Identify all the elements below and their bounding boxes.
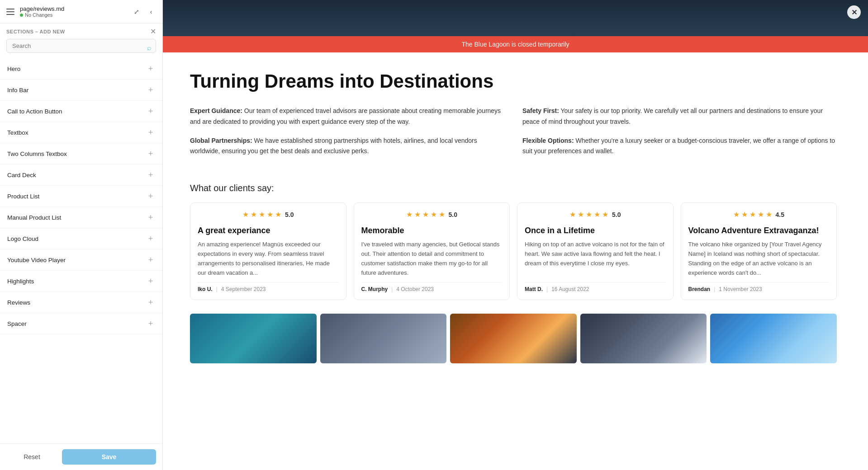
add-section-icon[interactable]: + — [146, 298, 155, 307]
sidebar-item-highlights[interactable]: Highlights + — [0, 271, 162, 292]
feature-heading-3: Safety First: — [522, 107, 559, 114]
review-body: I've traveled with many agencies, but Ge… — [361, 240, 503, 277]
sidebar-item-info-bar[interactable]: Info Bar + — [0, 80, 162, 101]
image-geyser — [580, 314, 707, 363]
review-body: Hiking on top of an active volcano is no… — [525, 240, 666, 277]
divider: | — [546, 286, 548, 292]
clients-say-label: What our clients say: — [190, 183, 837, 193]
sidebar-item-label: Reviews — [7, 299, 30, 306]
sidebar-item-label: Call to Action Button — [7, 108, 62, 115]
sidebar-item-textbox[interactable]: Textbox + — [0, 122, 162, 143]
close-button[interactable]: ✕ — [847, 5, 861, 19]
hamburger-icon[interactable] — [6, 7, 15, 16]
feature-global-partnerships: Global Partnerships: We have established… — [190, 136, 504, 157]
sections-bar: SECTIONS – ADD NEW ✕ — [0, 24, 162, 39]
info-bar-text: The Blue Lagoon is closed temporarily — [461, 41, 569, 48]
review-date: 4 October 2023 — [396, 286, 434, 292]
sidebar-item-two-columns-textbox[interactable]: Two Columns Textbox + — [0, 143, 162, 164]
main-content: Turning Dreams into Destinations Expert … — [163, 52, 864, 381]
sidebar-item-label: Info Bar — [7, 87, 28, 94]
star-filled: ★ — [569, 210, 576, 219]
sidebar-item-reviews[interactable]: Reviews + — [0, 292, 162, 313]
add-section-icon[interactable]: + — [146, 149, 155, 158]
sidebar-item-label: Textbox — [7, 129, 28, 136]
review-title: Volcano Adventure Extravaganza! — [688, 226, 830, 235]
star-filled: ★ — [578, 210, 584, 219]
hero-area: ✕ — [163, 0, 868, 36]
reviewer-name: Iko U. — [198, 286, 213, 292]
add-section-icon[interactable]: + — [146, 319, 155, 328]
add-section-icon[interactable]: + — [146, 234, 155, 243]
add-section-icon[interactable]: + — [146, 192, 155, 201]
image-underwater — [190, 314, 317, 363]
content-area: ✕ The Blue Lagoon is closed temporarily … — [163, 0, 868, 470]
sidebar-item-label: Manual Product List — [7, 214, 61, 221]
star-filled: ★ — [749, 210, 756, 219]
status-dot — [20, 14, 23, 17]
sidebar-item-logo-cloud[interactable]: Logo Cloud + — [0, 228, 162, 249]
sidebar-header: page/reviews.md No Changes ⤢ ‹ — [0, 0, 162, 24]
review-footer: Matt D. | 16 August 2022 — [525, 282, 666, 292]
sidebar-item-call-to-action[interactable]: Call to Action Button + — [0, 101, 162, 122]
sidebar-item-youtube-video-player[interactable]: Youtube Video Player + — [0, 249, 162, 271]
rating-value: 5.0 — [449, 211, 457, 218]
sections-title: SECTIONS – ADD NEW — [6, 29, 65, 34]
sidebar-item-hero[interactable]: Hero + — [0, 58, 162, 80]
feature-heading-2: Global Partnerships: — [190, 137, 252, 144]
reviewer-name: Matt D. — [525, 286, 543, 292]
sidebar-item-label: Spacer — [7, 320, 27, 327]
page-title: Turning Dreams into Destinations — [190, 70, 837, 92]
add-section-icon[interactable]: + — [146, 170, 155, 179]
stars-row: ★★★★★ 5.0 — [198, 210, 339, 219]
review-card: ★★★★★ 5.0 Memorable I've traveled with m… — [354, 202, 510, 300]
rating-value: 4.5 — [776, 211, 784, 218]
star-filled: ★ — [242, 210, 249, 219]
sidebar-list: Hero + Info Bar + Call to Action Button … — [0, 56, 162, 443]
review-card: ★★★★★ 4.5 Volcano Adventure Extravaganza… — [681, 202, 837, 300]
star-filled: ★ — [422, 210, 429, 219]
add-section-icon[interactable]: + — [146, 64, 155, 73]
save-button[interactable]: Save — [62, 449, 156, 465]
sidebar-item-label: Card Deck — [7, 172, 36, 179]
star-filled: ★ — [275, 210, 281, 219]
review-card: ★★★★★ 5.0 A great experiance An amazing … — [190, 202, 346, 300]
filename-label: page/reviews.md — [20, 5, 127, 12]
star-filled: ★ — [406, 210, 413, 219]
sidebar-item-manual-product-list[interactable]: Manual Product List + — [0, 207, 162, 228]
stars-row: ★★★★★ 4.5 — [688, 210, 830, 219]
feature-text-3: Your safety is our top priority. We care… — [522, 107, 823, 125]
collapse-icon[interactable]: ‹ — [146, 7, 156, 17]
image-sunset — [450, 314, 577, 363]
star-half: ★ — [766, 210, 772, 219]
add-section-icon[interactable]: + — [146, 128, 155, 137]
sidebar-item-product-list[interactable]: Product List + — [0, 186, 162, 207]
add-section-icon[interactable]: + — [146, 277, 155, 286]
star-filled: ★ — [259, 210, 265, 219]
rating-value: 5.0 — [612, 211, 621, 218]
star-filled: ★ — [602, 210, 608, 219]
sidebar-item-spacer[interactable]: Spacer + — [0, 313, 162, 334]
info-bar: The Blue Lagoon is closed temporarily — [163, 36, 868, 52]
image-ice — [710, 314, 837, 363]
star-filled: ★ — [439, 210, 445, 219]
add-section-icon[interactable]: + — [146, 255, 155, 264]
review-footer: C. Murphy | 4 October 2023 — [361, 282, 503, 292]
no-changes-badge: No Changes — [20, 12, 127, 18]
sections-close-icon[interactable]: ✕ — [150, 28, 156, 35]
expand-icon[interactable]: ⤢ — [132, 7, 142, 17]
add-section-icon[interactable]: + — [146, 213, 155, 222]
add-section-icon[interactable]: + — [146, 85, 155, 94]
image-mountains — [320, 314, 447, 363]
stars-row: ★★★★★ 5.0 — [525, 210, 666, 219]
sidebar-item-label: Youtube Video Player — [7, 257, 66, 263]
star-filled: ★ — [586, 210, 592, 219]
search-icon[interactable]: ⌕ — [147, 44, 152, 52]
star-filled: ★ — [267, 210, 273, 219]
review-title: Once in a Lifetime — [525, 226, 666, 235]
add-section-icon[interactable]: + — [146, 107, 155, 116]
search-input[interactable] — [6, 39, 156, 53]
sidebar-item-label: Logo Cloud — [7, 235, 38, 242]
sidebar-item-card-deck[interactable]: Card Deck + — [0, 164, 162, 186]
status-text: No Changes — [25, 12, 52, 18]
reset-button[interactable]: Reset — [6, 449, 57, 465]
